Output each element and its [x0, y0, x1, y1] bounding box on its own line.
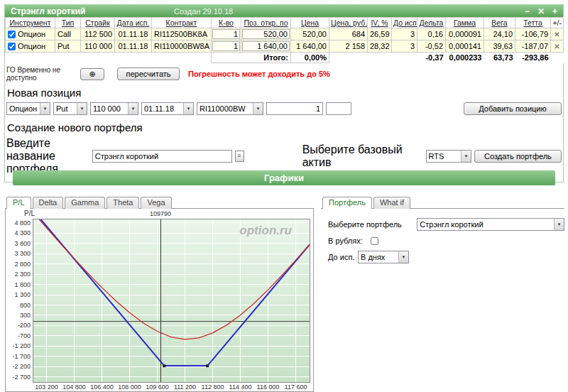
window-titlebar: Стрэнгл короткий Создан 29.10.18 − ✕ + — [5, 5, 563, 17]
chart-panel: P/L Delta Gamma Theta Vega 4 8004 3003 8… — [5, 197, 314, 392]
row-checkbox[interactable] — [8, 43, 16, 50]
col-qty[interactable]: К-во — [212, 18, 241, 28]
chevron-down-icon: ▼ — [40, 103, 50, 114]
open-at-input[interactable]: 1 640,00 — [242, 41, 290, 51]
delete-row-icon[interactable]: ✕ — [554, 31, 559, 38]
tab-portfolio[interactable]: Портфель — [322, 197, 372, 209]
tab-vega[interactable]: Vega — [141, 197, 171, 209]
go-refresh-button[interactable]: ⊕ — [80, 68, 104, 80]
col-delta[interactable]: Дельта — [417, 18, 446, 28]
create-portfolio-button[interactable]: Создать портфель — [474, 150, 562, 163]
contract-select[interactable]: RI110000BW▼ — [197, 102, 263, 115]
totals-vega: 63,73 — [484, 53, 515, 63]
strike-cell: 112 500 — [81, 28, 115, 40]
watermark: option.ru — [239, 224, 292, 237]
instrument-cell: Опцион — [6, 40, 55, 53]
col-iv[interactable]: IV, % — [368, 18, 392, 28]
qty-input[interactable]: 1 — [212, 41, 240, 51]
window-created-date: Создан 29.10.18 — [174, 7, 233, 16]
col-theta[interactable]: Тетта — [515, 18, 551, 28]
totals-percent: 0,00% — [291, 53, 329, 63]
svg-text:-1 200: -1 200 — [12, 342, 31, 349]
select-value: В днях — [361, 253, 385, 261]
base-asset-label: Выберите базовый актив — [302, 143, 423, 169]
qty-input[interactable]: 1 — [212, 29, 240, 39]
portfolio-name-spinner-icon[interactable]: ≡ — [235, 151, 244, 162]
col-price-rub[interactable]: Цена, руб. — [329, 18, 368, 28]
quantity-input[interactable] — [266, 102, 323, 115]
svg-text:2 300: 2 300 — [14, 271, 31, 278]
gamma-cell: 0,000091 — [446, 28, 484, 40]
tab-theta[interactable]: Theta — [106, 197, 139, 209]
option-side-select[interactable]: Put▼ — [53, 102, 87, 115]
totals-label: Итого: — [212, 53, 291, 63]
chevron-down-icon: ▼ — [183, 103, 193, 114]
svg-text:-2 200: -2 200 — [12, 363, 31, 370]
rubles-checkbox[interactable] — [371, 237, 378, 245]
col-strike[interactable]: Страйк — [81, 18, 115, 28]
add-position-button[interactable]: Добавить позицию — [464, 102, 562, 115]
recalculate-button[interactable]: пересчитать — [117, 67, 180, 80]
base-asset-select[interactable]: RTS▼ — [426, 150, 471, 163]
new-position-form: Опцион▼ Put▼ 110 000▼ 01.11.18▼ RI110000… — [5, 102, 563, 115]
expiry-cell: 01.11.18 — [115, 40, 152, 53]
price-rub-cell: 2 158 — [329, 40, 368, 53]
plus-icon[interactable]: + — [552, 6, 557, 16]
portfolio-select[interactable]: Стрэнгл короткий▼ — [417, 218, 564, 231]
kink-marker — [206, 364, 209, 367]
col-instrument[interactable]: Инструмент — [6, 18, 55, 28]
select-value: 01.11.18 — [144, 104, 174, 113]
portfolio-select-label: Выберите портфель — [328, 220, 417, 229]
chevron-down-icon: ▼ — [253, 103, 263, 114]
pl-chart-svg: 4 8004 3003 8003 3002 8002 3001 8001 300… — [6, 209, 313, 391]
minimize-icon[interactable]: − — [525, 6, 530, 16]
charts-section-header: Графики — [13, 170, 555, 185]
window-title: Стрэнгл короткий — [11, 6, 85, 16]
svg-text:106 400: 106 400 — [90, 383, 114, 391]
close-icon[interactable]: ✕ — [537, 6, 545, 16]
chevron-down-icon: ▼ — [554, 219, 564, 230]
delete-row-icon[interactable]: ✕ — [554, 43, 559, 50]
row-checkbox[interactable] — [8, 31, 16, 38]
tab-pl[interactable]: P/L — [6, 197, 31, 209]
portfolio-name-input[interactable] — [92, 150, 232, 163]
table-row: Опцион Put 110 000 01.11.18 RI110000BW8A… — [6, 40, 564, 53]
col-contract[interactable]: Контракт — [152, 18, 212, 28]
new-portfolio-form: Введите название портфеля ≡ Выберите баз… — [5, 137, 563, 175]
pl-chart-container: 4 8004 3003 8003 3002 8002 3001 8001 300… — [5, 208, 314, 392]
svg-text:114 400: 114 400 — [229, 383, 252, 391]
accuracy-warning: Погрешность может доходить до 5% — [188, 70, 330, 78]
svg-text:116 000: 116 000 — [257, 383, 280, 391]
col-open-at[interactable]: Поз. откр. по — [241, 18, 291, 28]
col-vega[interactable]: Вега — [484, 18, 515, 28]
rubles-label: В рублях: — [328, 236, 371, 245]
recalc-icon: ⊕ — [89, 70, 95, 78]
col-gamma[interactable]: Гамма — [446, 18, 484, 28]
col-price[interactable]: Цена — [291, 18, 329, 28]
col-days[interactable]: До исп. — [392, 18, 417, 28]
price-rub-cell: 684 — [329, 28, 368, 40]
type-cell: Call — [55, 28, 81, 40]
tab-gamma[interactable]: Gamma — [65, 197, 105, 209]
col-type[interactable]: Тип — [55, 18, 81, 28]
svg-text:103 200: 103 200 — [35, 383, 58, 391]
new-position-extra-input[interactable] — [326, 102, 351, 115]
select-value: Опцион — [9, 104, 37, 113]
svg-text:3 300: 3 300 — [14, 250, 31, 257]
price-cell: 1 640,00 — [291, 40, 329, 53]
instrument-type-select[interactable]: Опцион▼ — [6, 102, 50, 115]
days-to-expiry-select[interactable]: В днях▼ — [358, 251, 409, 263]
expiry-date-select[interactable]: 01.11.18▼ — [141, 102, 194, 115]
col-expiry[interactable]: Дата исп. — [115, 18, 152, 28]
svg-text:-1 700: -1 700 — [12, 353, 31, 360]
chevron-down-icon: ▼ — [461, 151, 471, 162]
strike-select[interactable]: 110 000▼ — [90, 102, 138, 115]
contract-cell: RI110000BW8A — [152, 40, 212, 53]
svg-text:112 800: 112 800 — [202, 383, 224, 391]
portfolio-panel-content: Выберите портфель Стрэнгл короткий▼ В ру… — [321, 208, 564, 263]
chevron-down-icon: ▼ — [128, 103, 138, 114]
tab-what-if[interactable]: What if — [373, 197, 410, 209]
tab-delta[interactable]: Delta — [33, 197, 64, 209]
svg-text:800: 800 — [20, 302, 31, 309]
open-at-input[interactable]: 520,00 — [242, 29, 290, 39]
